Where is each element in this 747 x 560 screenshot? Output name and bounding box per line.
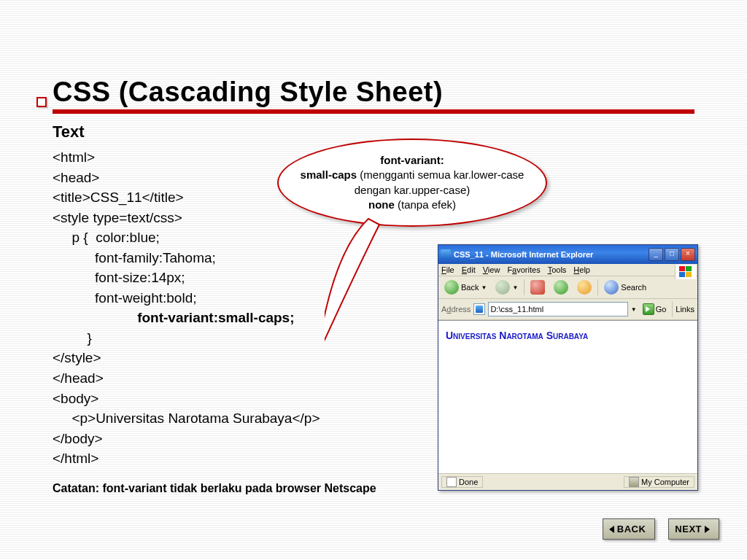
menu-favorites[interactable]: Favorites [507, 265, 540, 274]
go-arrow-icon [643, 303, 654, 315]
browser-window: CSS_11 - Microsoft Internet Explorer _ □… [438, 244, 698, 491]
home-icon [577, 280, 592, 295]
home-button[interactable] [574, 279, 595, 296]
ie-icon [441, 249, 451, 260]
links-label[interactable]: Links [676, 305, 694, 314]
maximize-button[interactable]: □ [665, 248, 679, 261]
menu-tools[interactable]: Tools [548, 265, 567, 274]
stop-icon [530, 280, 545, 295]
window-titlebar: CSS_11 - Microsoft Internet Explorer _ □… [438, 245, 697, 264]
back-button[interactable]: Back ▼ [441, 279, 489, 296]
status-zone: My Computer [624, 476, 694, 488]
page-icon [446, 477, 457, 487]
menu-file[interactable]: File [441, 265, 454, 274]
back-slide-button[interactable]: BACK [603, 518, 656, 540]
close-button[interactable]: × [681, 248, 695, 261]
minimize-button[interactable]: _ [649, 248, 663, 261]
refresh-button[interactable] [551, 279, 571, 296]
address-input[interactable] [488, 302, 627, 316]
svg-rect-3 [686, 272, 692, 277]
callout-bubble: font-variant: small-caps (mengganti semu… [277, 139, 547, 227]
computer-icon [629, 477, 639, 487]
chevron-down-icon: ▼ [512, 284, 518, 291]
svg-rect-2 [679, 272, 685, 277]
chevron-down-icon[interactable]: ▼ [631, 306, 637, 313]
menu-edit[interactable]: Edit [462, 265, 476, 274]
arrow-left-icon [609, 526, 614, 533]
rendered-text: Universitas Narotama Surabaya [446, 330, 690, 341]
browser-viewport: Universitas Narotama Surabaya [438, 320, 697, 473]
next-slide-button[interactable]: NEXT [668, 518, 719, 540]
stop-button[interactable] [527, 279, 548, 296]
menu-bar: File Edit View Favorites Tools Help [438, 264, 697, 276]
slide-title: CSS (Cascading Style Sheet) [53, 77, 694, 108]
page-icon [473, 303, 485, 315]
bubble-heading: font-variant: [380, 154, 444, 166]
address-bar: Address ▼ Go Links [438, 299, 697, 320]
svg-rect-1 [686, 266, 692, 271]
arrow-right-icon [705, 526, 710, 533]
svg-rect-0 [679, 266, 685, 271]
status-done: Done [441, 476, 483, 488]
back-arrow-icon [444, 280, 459, 295]
toolbar: Back ▼ ▼ Search [438, 276, 697, 299]
search-icon [604, 280, 619, 295]
search-button[interactable]: Search [601, 279, 649, 296]
title-bullet [36, 97, 47, 107]
go-button[interactable]: Go [640, 303, 670, 316]
forward-arrow-icon [495, 280, 510, 295]
menu-help[interactable]: Help [573, 265, 590, 274]
refresh-icon [554, 280, 568, 295]
address-label: Address [441, 305, 471, 314]
window-title: CSS_11 - Microsoft Internet Explorer [454, 250, 647, 259]
menu-view[interactable]: View [483, 265, 500, 274]
forward-button[interactable]: ▼ [492, 279, 521, 296]
chevron-down-icon: ▼ [481, 284, 487, 291]
windows-flag-icon [675, 265, 696, 279]
status-bar: Done My Computer [438, 473, 697, 490]
